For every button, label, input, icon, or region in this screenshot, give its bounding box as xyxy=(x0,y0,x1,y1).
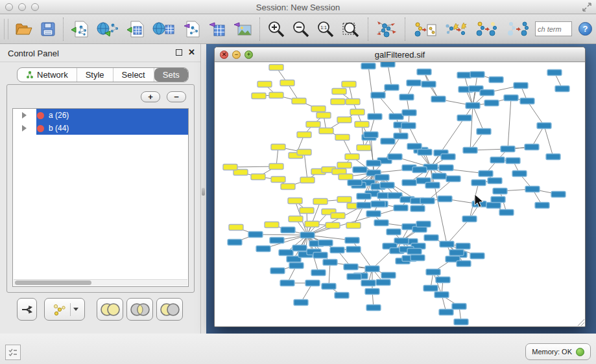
graph-node[interactable] xyxy=(387,229,401,235)
graph-node[interactable] xyxy=(337,117,352,123)
graph-node[interactable] xyxy=(346,99,360,105)
graph-node[interactable] xyxy=(292,245,307,251)
toolbar-grip[interactable] xyxy=(4,19,8,40)
list-item[interactable]: a (26) xyxy=(13,109,188,122)
graph-node[interactable] xyxy=(357,145,371,151)
graph-node[interactable] xyxy=(420,198,435,204)
graph-node[interactable] xyxy=(332,89,346,95)
difference-sets-button[interactable] xyxy=(156,298,183,321)
graph-node[interactable] xyxy=(353,167,367,173)
graph-node[interactable] xyxy=(454,319,468,325)
graph-node[interactable] xyxy=(316,113,331,119)
resize-grip-icon[interactable] xyxy=(578,319,584,326)
fullscreen-icon[interactable] xyxy=(582,2,592,12)
graph-node[interactable] xyxy=(489,77,503,83)
zoom-in-button[interactable] xyxy=(264,17,289,41)
graph-node[interactable] xyxy=(425,183,440,188)
graph-node[interactable] xyxy=(407,144,422,150)
graph-node[interactable] xyxy=(335,293,349,299)
tab-style[interactable]: Style xyxy=(77,68,113,82)
graph-node[interactable] xyxy=(229,225,243,231)
intersect-sets-button[interactable] xyxy=(126,298,153,321)
graph-node[interactable] xyxy=(439,310,453,315)
graph-node[interactable] xyxy=(344,264,358,270)
graph-node[interactable] xyxy=(347,274,361,280)
graph-node[interactable] xyxy=(366,161,381,166)
graph-node[interactable] xyxy=(449,250,464,256)
graph-node[interactable] xyxy=(357,203,371,209)
graph-node[interactable] xyxy=(269,93,283,98)
graph-node[interactable] xyxy=(337,197,352,203)
import-table-url-button[interactable] xyxy=(149,17,179,41)
graph-node[interactable] xyxy=(289,263,304,269)
graph-node[interactable] xyxy=(407,80,421,86)
graph-node[interactable] xyxy=(300,233,315,238)
tab-sets[interactable]: Sets xyxy=(154,68,188,82)
graph-node[interactable] xyxy=(402,110,416,116)
graph-node[interactable] xyxy=(535,203,549,209)
graph-node[interactable] xyxy=(313,199,328,205)
disclosure-triangle-icon[interactable] xyxy=(22,125,27,131)
graph-node[interactable] xyxy=(346,223,361,229)
graph-node[interactable] xyxy=(248,232,263,238)
graph-node[interactable] xyxy=(463,148,477,154)
import-network-file-button[interactable] xyxy=(67,17,93,41)
graph-node[interactable] xyxy=(371,93,385,98)
graph-node[interactable] xyxy=(348,180,362,186)
graph-node[interactable] xyxy=(452,304,466,310)
graph-node[interactable] xyxy=(381,273,396,279)
graph-node[interactable] xyxy=(271,144,285,150)
graph-node[interactable] xyxy=(462,216,477,222)
graph-node[interactable] xyxy=(280,280,294,286)
graph-node[interactable] xyxy=(292,98,306,104)
graph-node[interactable] xyxy=(486,203,501,209)
graph-node[interactable] xyxy=(504,95,518,101)
graph-node[interactable] xyxy=(350,109,364,115)
graph-node[interactable] xyxy=(441,154,455,160)
network-canvas[interactable] xyxy=(215,62,585,326)
graph-node[interactable] xyxy=(318,240,333,246)
apply-layout-button[interactable] xyxy=(372,17,401,41)
import-table-file-button[interactable] xyxy=(123,17,149,41)
graph-node[interactable] xyxy=(269,65,283,71)
task-history-button[interactable] xyxy=(5,345,21,360)
graph-node[interactable] xyxy=(300,177,315,183)
graph-node[interactable] xyxy=(537,123,551,129)
graph-node[interactable] xyxy=(512,171,527,177)
graph-node[interactable] xyxy=(252,93,266,99)
graph-node[interactable] xyxy=(281,184,295,190)
graph-node[interactable] xyxy=(251,174,265,180)
graph-node[interactable] xyxy=(376,280,390,286)
graph-node[interactable] xyxy=(424,235,438,241)
zoom-actual-size-button[interactable]: 1:1 xyxy=(313,17,338,41)
tab-select[interactable]: Select xyxy=(113,68,154,82)
graph-node[interactable] xyxy=(491,197,505,203)
graph-node[interactable] xyxy=(547,70,562,76)
graph-node[interactable] xyxy=(368,114,382,120)
zoom-out-button[interactable] xyxy=(289,17,313,41)
graph-node[interactable] xyxy=(490,157,505,163)
graph-node[interactable] xyxy=(374,220,388,226)
panel-splitter[interactable] xyxy=(202,188,205,196)
hide-selected-button[interactable] xyxy=(471,17,503,41)
graph-node[interactable] xyxy=(342,82,356,87)
graph-node[interactable] xyxy=(305,222,319,227)
graph-node[interactable] xyxy=(466,103,480,109)
graph-node[interactable] xyxy=(525,187,540,192)
create-set-from-network-button[interactable] xyxy=(44,298,85,321)
graph-node[interactable] xyxy=(381,62,395,67)
graph-node[interactable] xyxy=(223,165,237,170)
graph-node[interactable] xyxy=(439,165,453,171)
graph-node[interactable] xyxy=(432,174,446,179)
export-table-button[interactable] xyxy=(205,17,230,41)
save-session-button[interactable] xyxy=(37,17,59,41)
graph-node[interactable] xyxy=(280,80,294,86)
graph-node[interactable] xyxy=(279,250,293,256)
graph-node[interactable] xyxy=(270,238,284,244)
tab-network[interactable]: Network xyxy=(18,68,77,82)
graph-node[interactable] xyxy=(346,247,361,253)
chevron-down-icon[interactable] xyxy=(73,308,78,311)
graph-node[interactable] xyxy=(546,154,560,160)
disclosure-triangle-icon[interactable] xyxy=(22,112,27,119)
graph-node[interactable] xyxy=(499,210,514,216)
